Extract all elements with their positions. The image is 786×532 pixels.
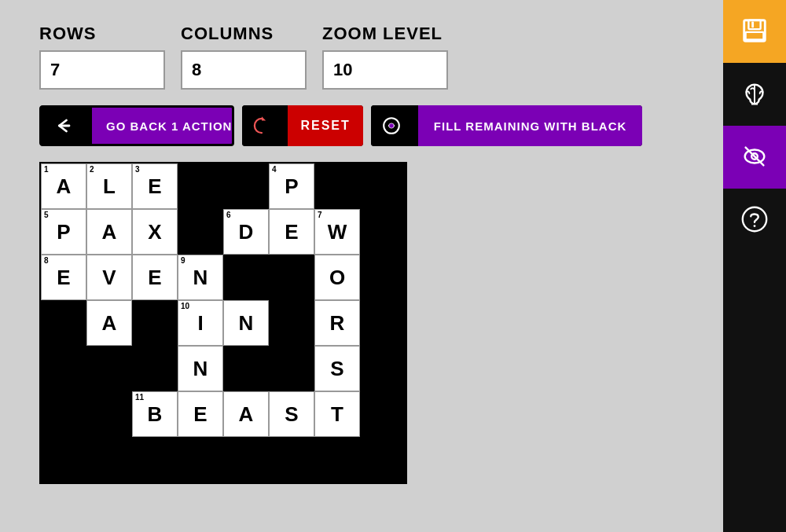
grid-cell-r2-c3[interactable]: 9N xyxy=(178,255,223,300)
rows-input[interactable] xyxy=(39,50,165,90)
svg-rect-6 xyxy=(751,21,754,28)
rows-group: ROWS xyxy=(39,24,165,90)
svg-point-12 xyxy=(754,225,756,227)
grid-cell-r2-c6[interactable]: O xyxy=(314,255,360,300)
grid-cell-r1-c6[interactable]: 7W xyxy=(314,209,360,255)
svg-rect-4 xyxy=(748,20,760,28)
help-button[interactable] xyxy=(723,189,786,251)
grid-cell-r6-c4[interactable] xyxy=(223,437,269,482)
grid-cell-r3-c7[interactable] xyxy=(360,300,406,346)
grid-cell-r4-c4[interactable] xyxy=(223,346,269,391)
grid-cell-r3-c3[interactable]: 10I xyxy=(178,300,223,346)
grid-cell-r4-c2[interactable] xyxy=(132,346,178,391)
grid-cell-r5-c4[interactable]: A xyxy=(223,391,269,437)
svg-rect-3 xyxy=(744,20,766,41)
grid-cell-r3-c5[interactable] xyxy=(269,300,314,346)
grid-cell-r0-c4[interactable] xyxy=(223,163,269,209)
columns-label: COLUMNS xyxy=(181,24,307,44)
grid-cell-r5-c7[interactable] xyxy=(360,391,406,437)
reset-button[interactable]: RESET xyxy=(242,105,362,146)
fill-button[interactable]: FILL REMAINING WITH BLACK xyxy=(371,105,643,146)
grid-cell-r1-c0[interactable]: 5P xyxy=(41,209,86,255)
grid-cell-r2-c1[interactable]: V xyxy=(86,255,132,300)
buttons-row: GO BACK 1 ACTION RESET FILL REMAINING xyxy=(39,105,700,146)
grid-cell-r5-c5[interactable]: S xyxy=(269,391,314,437)
svg-point-2 xyxy=(389,123,394,128)
grid-cell-r3-c1[interactable]: A xyxy=(86,300,132,346)
go-back-button[interactable]: GO BACK 1 ACTION xyxy=(39,105,234,146)
grid-cell-r6-c3[interactable] xyxy=(178,437,223,482)
fill-icon xyxy=(371,105,412,146)
help-icon xyxy=(740,204,769,237)
columns-group: COLUMNS xyxy=(181,24,307,90)
svg-rect-5 xyxy=(746,31,764,39)
zoom-input[interactable] xyxy=(322,50,448,90)
grid-cell-r1-c7[interactable] xyxy=(360,209,406,255)
svg-marker-0 xyxy=(262,116,266,120)
controls-row: ROWS COLUMNS ZOOM LEVEL xyxy=(39,24,700,90)
zoom-group: ZOOM LEVEL xyxy=(322,24,448,90)
grid-cell-r6-c1[interactable] xyxy=(86,437,132,482)
grid-cell-r0-c5[interactable]: 4P xyxy=(269,163,314,209)
reset-icon xyxy=(242,105,281,146)
grid-cell-r1-c3[interactable] xyxy=(178,209,223,255)
grid-cell-r0-c2[interactable]: 3E xyxy=(132,163,178,209)
grid-cell-r2-c5[interactable] xyxy=(269,255,314,300)
grid-cell-r0-c1[interactable]: 2L xyxy=(86,163,132,209)
fill-button-label: FILL REMAINING WITH BLACK xyxy=(418,105,643,146)
grid-cell-r0-c0[interactable]: 1A xyxy=(41,163,86,209)
grid-cell-r6-c5[interactable] xyxy=(269,437,314,482)
hide-button[interactable] xyxy=(723,126,786,189)
grid-cell-r5-c3[interactable]: E xyxy=(178,391,223,437)
grid-cell-r3-c6[interactable]: R xyxy=(314,300,360,346)
grid-cell-r5-c6[interactable]: T xyxy=(314,391,360,437)
brain-icon xyxy=(740,79,769,111)
crossword-grid[interactable]: 1A2L3E4P5PAX6DE7W8EVE9NOA10INRNS11BEAST xyxy=(39,162,407,484)
columns-input[interactable] xyxy=(181,50,307,90)
grid-cell-r5-c2[interactable]: 11B xyxy=(132,391,178,437)
grid-cell-r5-c0[interactable] xyxy=(41,391,86,437)
grid-cell-r5-c1[interactable] xyxy=(86,391,132,437)
grid-cell-r3-c2[interactable] xyxy=(132,300,178,346)
grid-cell-r2-c4[interactable] xyxy=(223,255,269,300)
grid-cell-r1-c4[interactable]: 6D xyxy=(223,209,269,255)
grid-cell-r6-c0[interactable] xyxy=(41,437,86,482)
reset-button-label: RESET xyxy=(288,105,362,146)
zoom-label: ZOOM LEVEL xyxy=(322,24,448,44)
grid-cell-r1-c2[interactable]: X xyxy=(132,209,178,255)
grid-cell-r3-c0[interactable] xyxy=(41,300,86,346)
grid-cell-r2-c0[interactable]: 8E xyxy=(41,255,86,300)
grid-cell-r6-c2[interactable] xyxy=(132,437,178,482)
save-icon xyxy=(740,16,769,48)
rows-label: ROWS xyxy=(39,24,165,44)
grid-cell-r1-c1[interactable]: A xyxy=(86,209,132,255)
save-button[interactable] xyxy=(723,0,786,63)
grid-cell-r6-c6[interactable] xyxy=(314,437,360,482)
grid-cell-r0-c6[interactable] xyxy=(314,163,360,209)
main-content: ROWS COLUMNS ZOOM LEVEL GO BACK 1 ACTION xyxy=(0,0,715,500)
grid-cell-r0-c7[interactable] xyxy=(360,163,406,209)
grid-cell-r0-c3[interactable] xyxy=(178,163,223,209)
eye-hidden-icon xyxy=(740,141,769,174)
grid-cell-r2-c2[interactable]: E xyxy=(132,255,178,300)
grid-cell-r4-c0[interactable] xyxy=(41,346,86,391)
grid-cell-r4-c1[interactable] xyxy=(86,346,132,391)
grid-cell-r1-c5[interactable]: E xyxy=(269,209,314,255)
back-icon xyxy=(42,105,86,146)
back-button-label: GO BACK 1 ACTION xyxy=(92,105,234,146)
grid-cell-r4-c3[interactable]: N xyxy=(178,346,223,391)
grid-cell-r2-c7[interactable] xyxy=(360,255,406,300)
sidebar xyxy=(723,0,786,532)
grid-cell-r6-c7[interactable] xyxy=(360,437,406,482)
grid-cell-r4-c5[interactable] xyxy=(269,346,314,391)
grid-cell-r3-c4[interactable]: N xyxy=(223,300,269,346)
svg-point-11 xyxy=(743,207,766,230)
brain-button[interactable] xyxy=(723,63,786,126)
grid-cell-r4-c7[interactable] xyxy=(360,346,406,391)
grid-cell-r4-c6[interactable]: S xyxy=(314,346,360,391)
